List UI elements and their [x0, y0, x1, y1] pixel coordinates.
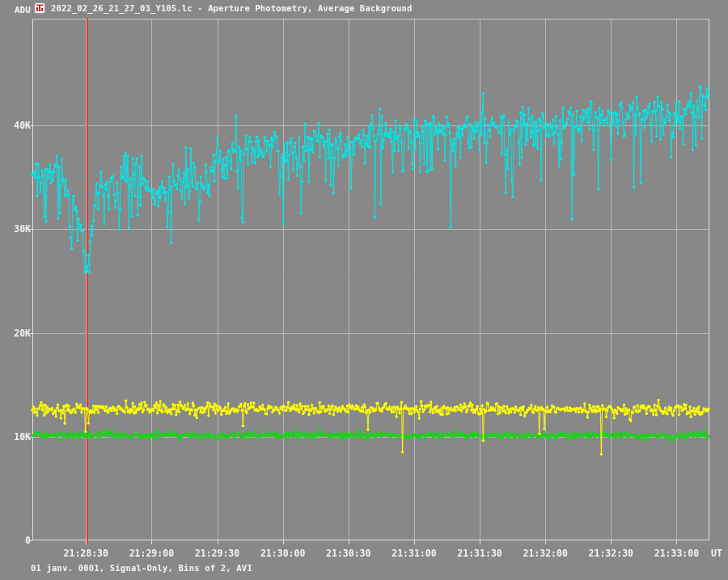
y-tick-label: 30K [3, 223, 31, 235]
x-tick-label: 21:32:00 [523, 548, 567, 559]
app-icon [34, 2, 45, 14]
x-tick-label: 21:30:00 [260, 548, 305, 559]
light-curve-window: ADU 2022_02_26_21_27_03_Y105.lc - Apertu… [0, 0, 728, 580]
y-tick-label: 20K [3, 328, 31, 339]
light-curve-plot-canvas[interactable] [0, 0, 728, 580]
y-axis-unit-label: ADU [15, 5, 31, 15]
x-tick-label: 21:29:00 [129, 548, 174, 559]
x-tick-label: 21:33:00 [654, 548, 699, 559]
y-tick-label: 0 [3, 535, 31, 546]
x-axis-unit-label: UT [711, 548, 722, 559]
window-title: 2022_02_26_21_27_03_Y105.lc - Aperture P… [51, 3, 413, 13]
x-tick-label: 21:30:30 [326, 548, 370, 559]
x-tick-label: 21:31:30 [457, 548, 502, 559]
x-tick-label: 21:31:00 [392, 548, 436, 559]
status-bar-text: 01 janv. 0001, Signal-Only, Bins of 2, A… [31, 563, 252, 573]
x-tick-label: 21:28:30 [64, 548, 108, 559]
y-tick-label: 40K [3, 120, 31, 131]
y-tick-label: 10K [3, 431, 31, 442]
x-tick-label: 21:29:30 [195, 548, 239, 559]
x-tick-label: 21:32:30 [589, 548, 633, 559]
